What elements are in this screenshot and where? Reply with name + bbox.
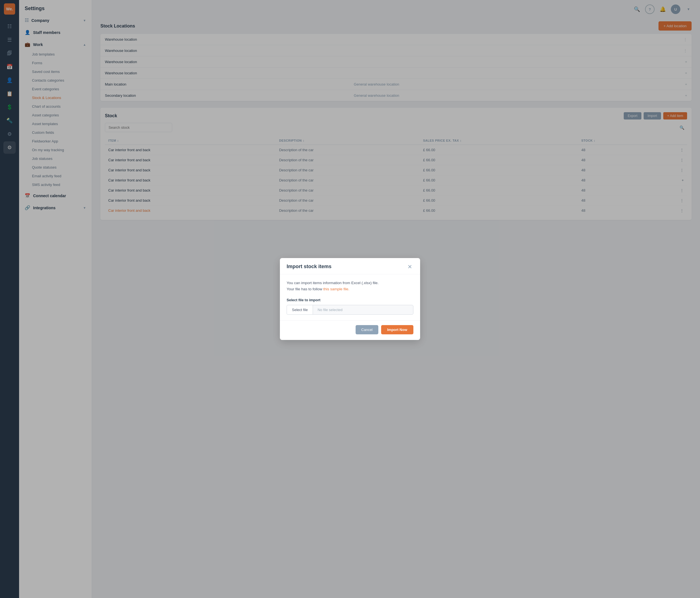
modal-desc-text1: You can import items information from Ex…: [286, 281, 379, 285]
select-file-button[interactable]: Select file: [286, 305, 313, 315]
modal-close-button[interactable]: ✕: [406, 264, 414, 270]
import-now-button[interactable]: Import Now: [381, 325, 414, 334]
import-modal: Import stock items ✕ You can import item…: [280, 258, 420, 340]
modal-description: You can import items information from Ex…: [286, 280, 414, 292]
file-select-label: Select file to import: [286, 298, 414, 302]
sample-file-link[interactable]: this sample file.: [323, 287, 349, 291]
file-name-display: No file selected: [313, 305, 414, 315]
modal-body: You can import items information from Ex…: [280, 274, 420, 320]
modal-desc-text2: Your file has to follow: [286, 287, 323, 291]
modal-header: Import stock items ✕: [280, 258, 420, 274]
modal-overlay: Import stock items ✕ You can import item…: [0, 0, 700, 598]
modal-footer: Cancel Import Now: [280, 320, 420, 340]
modal-title: Import stock items: [286, 264, 331, 270]
file-input-row: Select file No file selected: [286, 305, 414, 315]
cancel-button[interactable]: Cancel: [356, 325, 378, 334]
